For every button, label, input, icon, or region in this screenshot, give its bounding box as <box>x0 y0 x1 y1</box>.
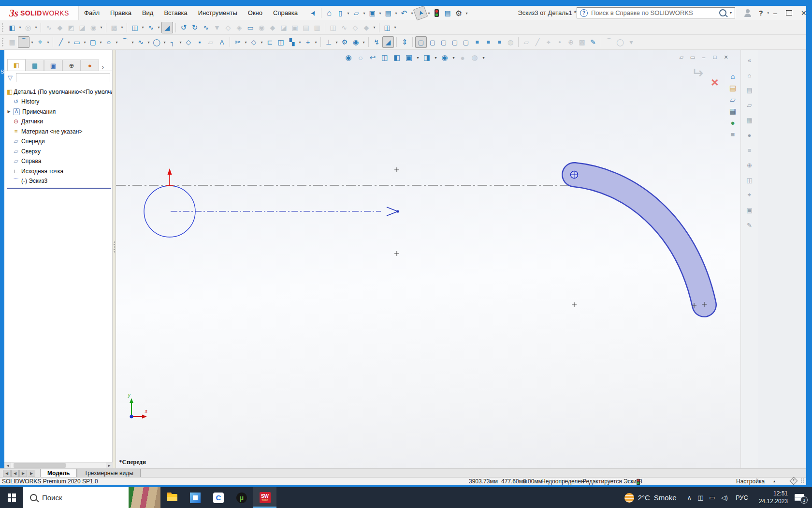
sep[interactable] <box>518 37 519 47</box>
tree-item-front-plane[interactable]: ▱ Спереди <box>6 136 112 147</box>
combine-icon[interactable]: ◪ <box>278 22 289 33</box>
ellipse-icon[interactable]: ◯ <box>151 37 162 47</box>
dome2-icon[interactable]: ◉ <box>256 22 267 33</box>
view-front-icon[interactable]: ▢ <box>415 36 427 48</box>
splitter-grip[interactable] <box>114 241 115 254</box>
taskpane-design-library-tab[interactable]: ▤ <box>727 83 739 93</box>
dropdown-icon[interactable]: ▾ <box>30 37 34 47</box>
dropdown-icon[interactable]: ▾ <box>393 22 397 33</box>
taskbar-solidworks-button[interactable]: SW 2020 <box>253 487 276 508</box>
sep[interactable] <box>396 37 397 47</box>
taskpane-file-explorer-tab[interactable]: ▱ <box>727 94 739 105</box>
tree-item-material[interactable]: ≡ Материал <не указан> <box>6 127 112 137</box>
dropdown-icon[interactable]: ▾ <box>427 8 431 18</box>
dropdown-icon[interactable]: ▾ <box>372 22 377 33</box>
sketch-picture-icon[interactable]: ↯ <box>371 37 382 47</box>
dropdown-icon[interactable]: ▾ <box>451 52 456 63</box>
rollback-bar[interactable] <box>7 188 111 189</box>
view-back-icon[interactable]: ▢ <box>427 37 438 47</box>
dropdown-icon[interactable]: ▾ <box>298 37 302 47</box>
display-style-icon[interactable]: ◨ <box>421 52 432 63</box>
search-icon[interactable] <box>719 9 726 16</box>
dropdown-icon[interactable]: ▾ <box>130 37 135 47</box>
tray-chevron-icon[interactable]: ∧ <box>687 494 692 501</box>
panel-scrollbar[interactable]: ◂ ▸ <box>4 462 113 468</box>
notification-center-icon[interactable]: 3 <box>795 494 804 501</box>
sep[interactable] <box>368 37 369 47</box>
center-of-mass-icon[interactable]: ⊕ <box>566 37 576 47</box>
scroll-thumb[interactable] <box>14 463 66 468</box>
search-highlight-image[interactable] <box>129 487 160 508</box>
plane-sketch-icon[interactable]: ▱ <box>205 37 216 47</box>
displaymanager-tab[interactable]: ● <box>81 60 99 71</box>
thicken-icon[interactable]: ◪ <box>77 22 87 33</box>
doc-prev-window-icon[interactable]: ▱ <box>678 52 685 62</box>
help-search-box[interactable]: ? Поиск в Справке по SOLIDWORKS ▾ <box>577 7 735 18</box>
strip-add-icon[interactable]: ⊕ <box>744 160 755 170</box>
section-view-icon[interactable]: ◫ <box>379 52 390 63</box>
rotate-right-icon[interactable]: ↻ <box>189 22 200 33</box>
graphics-viewport[interactable]: y x ◉◌↩◫◧▣▾◨▾◉▾●◍▾ ▱▭–□✕ ↵ ✕ ⌂▤▱▦●≡ *Спе… <box>116 50 740 468</box>
instant3d-icon[interactable]: ⇕ <box>399 37 410 47</box>
tree-root-part[interactable]: ◧ Деталь1 (По умолчанию<<По умолча <box>6 87 112 97</box>
strip-appearance-icon[interactable]: ● <box>744 130 755 140</box>
panel-tabs-chevron-icon[interactable]: › <box>102 64 104 71</box>
rotate-left-icon[interactable]: ↺ <box>178 22 189 33</box>
dimxpertmanager-tab[interactable]: ⊕ <box>62 60 81 71</box>
tree-item-top-plane[interactable]: ▱ Сверху <box>6 147 112 157</box>
dropdown-icon[interactable]: ▾ <box>394 8 398 18</box>
dropdown-icon[interactable]: ▾ <box>115 37 119 47</box>
slot-icon[interactable]: ▢ <box>87 37 98 47</box>
strip-section-icon[interactable]: ◫ <box>744 175 755 185</box>
dropdown-icon[interactable]: ▾ <box>416 52 420 63</box>
tab-nav-last-icon[interactable]: ▶ <box>28 470 35 477</box>
sep[interactable] <box>127 23 127 32</box>
mirror-feature-icon[interactable]: ◫ <box>130 22 140 33</box>
taskpane-view-palette-tab[interactable]: ▦ <box>727 106 739 116</box>
shell2-icon[interactable]: ◇ <box>350 22 361 33</box>
taskpane-custom-properties-tab[interactable]: ≡ <box>727 129 739 139</box>
dropdown-icon[interactable]: ▾ <box>334 37 339 47</box>
previous-view-icon[interactable]: ↩ <box>367 52 378 63</box>
menu-item[interactable]: Окно <box>243 6 268 20</box>
sep[interactable] <box>601 37 601 47</box>
tray-volume-icon[interactable]: ◁) <box>721 494 728 501</box>
maximize-button[interactable] <box>782 6 797 20</box>
scroll-right-icon[interactable]: ▸ <box>106 463 113 468</box>
lofted-boss-icon[interactable]: ◆ <box>55 22 65 33</box>
ref-point-icon[interactable]: ● <box>554 37 565 47</box>
strip-collapse-icon[interactable]: « <box>744 55 755 65</box>
arrow-endpoint[interactable] <box>396 210 399 212</box>
new-file-icon[interactable]: ▯ <box>335 8 346 18</box>
line-icon[interactable]: ╱ <box>56 37 66 47</box>
spline-icon[interactable]: ∿ <box>135 37 146 47</box>
tab-nav-prev-icon[interactable]: ◀ <box>11 470 19 477</box>
arc-icon[interactable]: ⌒ <box>119 37 130 47</box>
mate-reference-icon[interactable]: ▩ <box>577 37 587 47</box>
taskbar-search-box[interactable]: Поиск <box>23 487 160 508</box>
view-right-icon[interactable]: ▢ <box>450 37 460 47</box>
sep[interactable] <box>230 37 230 47</box>
wrap-icon[interactable]: ◆ <box>267 22 278 33</box>
dropdown-icon[interactable]: ▾ <box>141 22 145 33</box>
doc-next-window-icon[interactable]: ▭ <box>689 52 696 62</box>
revolved-boss-icon[interactable]: ◎ <box>23 22 33 33</box>
tray-display-icon[interactable]: ▭ <box>709 494 715 501</box>
wrap2-icon[interactable]: ◆ <box>361 22 372 33</box>
measure-icon[interactable]: ◢ <box>161 22 173 33</box>
draft-icon[interactable]: ▼ <box>212 22 222 33</box>
tree-item-origin[interactable]: ∟ Исходная точка <box>6 166 112 177</box>
mirror2-icon[interactable]: ◫ <box>328 22 338 33</box>
ref-plane-icon[interactable]: ▱ <box>521 37 532 47</box>
dropdown-icon[interactable]: ▾ <box>244 37 248 47</box>
offset-entities-icon[interactable]: ⊏ <box>264 37 275 47</box>
mirror-entities-icon[interactable]: ◫ <box>276 37 286 47</box>
intersect-icon[interactable]: ◈ <box>234 22 245 33</box>
circle-icon[interactable]: ○ <box>103 37 114 47</box>
customize-label[interactable]: Настройка <box>736 478 765 485</box>
taskbar-utorrent-button[interactable]: µ <box>230 487 253 508</box>
dropdown-icon[interactable]: ▾ <box>260 37 264 47</box>
view-left-icon[interactable]: ▢ <box>438 37 449 47</box>
toolbar-overflow-icon[interactable]: ▾ <box>626 37 637 47</box>
point-icon[interactable]: ▪ <box>194 37 205 47</box>
